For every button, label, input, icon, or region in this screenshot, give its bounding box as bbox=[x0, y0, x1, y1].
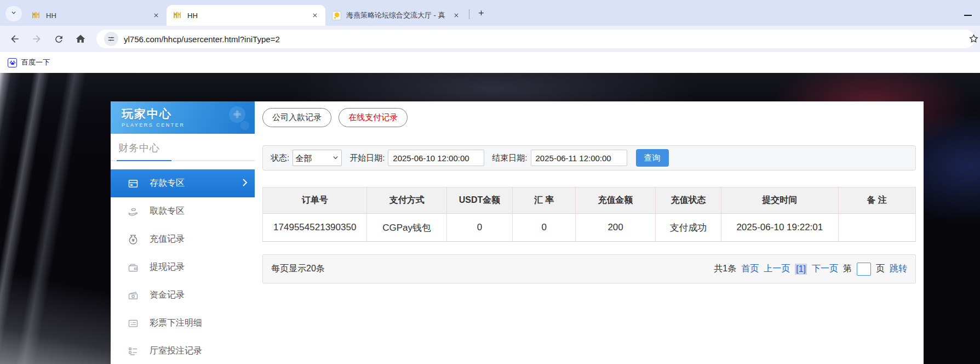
sidebar-item-label: 取款专区 bbox=[150, 206, 185, 217]
col-order-id: 订单号 bbox=[263, 187, 367, 214]
sidebar-item-recharge-records[interactable]: ¥ 充值记录 bbox=[111, 225, 255, 253]
tab-divider bbox=[469, 9, 469, 19]
pagination-bar: 每页显示20条 共1条 首页 上一页 [1] 下一页 第 页 跳转 bbox=[262, 254, 916, 283]
cell-pay-method: CGPay钱包 bbox=[367, 214, 446, 242]
url-text: yl756.com/hhcp/usercenter.html?iniType=2 bbox=[124, 35, 280, 44]
sidebar-item-label: 资金记录 bbox=[150, 289, 185, 301]
new-tab-button[interactable] bbox=[474, 7, 488, 21]
site-info-icon[interactable] bbox=[104, 32, 118, 46]
gold-logo-icon bbox=[173, 11, 182, 20]
bookmark-label: 百度一下 bbox=[21, 58, 50, 67]
tab-hh-1[interactable]: HH bbox=[25, 5, 167, 26]
sidebar-item-label: 彩票下注明细 bbox=[150, 317, 202, 329]
sidebar-item-deposit[interactable]: 存款专区 bbox=[111, 169, 255, 197]
section-underline bbox=[111, 160, 255, 161]
sidebar-item-lottery-bet-detail[interactable]: 彩票下注明细 bbox=[111, 309, 255, 337]
close-icon[interactable] bbox=[151, 10, 161, 20]
reload-button[interactable] bbox=[49, 30, 68, 48]
sidebar: 玩家中心 PLAYERS CENTER 财务中心 存款专区 取款专区 bbox=[111, 101, 255, 364]
start-date-input[interactable] bbox=[388, 150, 484, 166]
svg-text:¥: ¥ bbox=[131, 237, 135, 242]
status-select-wrap: 全部 bbox=[293, 150, 342, 166]
sidebar-item-hall-bet-records[interactable]: 厅室投注记录 bbox=[111, 337, 255, 364]
home-button[interactable] bbox=[71, 30, 90, 48]
col-pay-method: 支付方式 bbox=[367, 187, 446, 214]
sidebar-section-label: 财务中心 bbox=[118, 141, 255, 155]
tab-title: HH bbox=[46, 12, 151, 20]
cell-exchange-rate: 0 bbox=[513, 214, 576, 242]
jump-page-input[interactable] bbox=[857, 263, 871, 276]
first-page-link[interactable]: 首页 bbox=[741, 263, 759, 275]
sidebar-item-withdraw[interactable]: 取款专区 bbox=[111, 197, 255, 225]
tab-forum[interactable]: 海燕策略论坛综合交流大厅 - 真 bbox=[325, 5, 467, 26]
window-minimize-button[interactable] bbox=[964, 9, 972, 19]
forward-button[interactable] bbox=[27, 30, 46, 48]
start-date-label: 开始日期: bbox=[349, 153, 385, 163]
sidebar-menu: 存款专区 取款专区 ¥ 充值记录 提现记录 资金记录 bbox=[111, 169, 255, 364]
tab-online-payment-records[interactable]: 在线支付记录 bbox=[339, 108, 408, 127]
cell-submit-time: 2025-06-10 19:22:01 bbox=[721, 214, 839, 242]
page-background: 玩家中心 PLAYERS CENTER 财务中心 存款专区 取款专区 bbox=[0, 73, 980, 364]
bookmark-baidu[interactable]: 百度一下 bbox=[8, 58, 50, 67]
sidebar-item-label: 提现记录 bbox=[150, 261, 185, 273]
end-date-input[interactable] bbox=[531, 150, 627, 166]
browser-toolbar: yl756.com/hhcp/usercenter.html?iniType=2 bbox=[0, 26, 980, 52]
sidebar-header: 玩家中心 PLAYERS CENTER bbox=[111, 101, 255, 134]
sidebar-item-label: 存款专区 bbox=[150, 178, 185, 189]
banknote-icon bbox=[128, 290, 139, 301]
prev-page-link[interactable]: 上一页 bbox=[764, 263, 790, 275]
jump-prefix-text: 第 bbox=[843, 263, 852, 275]
content-area: 公司入款记录 在线支付记录 状态: 全部 开始日期: 结束日期: 查询 bbox=[255, 101, 924, 364]
cell-order-id: 1749554521390350 bbox=[263, 214, 367, 242]
tab-company-deposit-records[interactable]: 公司入款记录 bbox=[262, 108, 331, 127]
chevron-down-icon bbox=[10, 9, 18, 19]
sidebar-item-label: 充值记录 bbox=[150, 234, 185, 245]
cell-recharge-amount: 200 bbox=[576, 214, 655, 242]
col-submit-time: 提交时间 bbox=[721, 187, 839, 214]
bookmark-star-icon[interactable] bbox=[968, 33, 979, 46]
sidebar-item-withdraw-records[interactable]: 提现记录 bbox=[111, 253, 255, 281]
address-bar[interactable]: yl756.com/hhcp/usercenter.html?iniType=2 bbox=[96, 30, 975, 48]
col-recharge-status: 充值状态 bbox=[655, 187, 721, 214]
plus-icon bbox=[477, 9, 485, 19]
jump-button[interactable]: 跳转 bbox=[890, 263, 907, 275]
current-page-indicator: [1] bbox=[795, 264, 807, 275]
sidebar-section: 财务中心 bbox=[111, 134, 255, 160]
gamepad-icon bbox=[216, 105, 249, 132]
tab-hh-2-active[interactable]: HH bbox=[167, 5, 325, 26]
sidebar-item-fund-records[interactable]: 资金记录 bbox=[111, 281, 255, 309]
back-button[interactable] bbox=[5, 30, 24, 48]
col-remark: 备 注 bbox=[838, 187, 915, 214]
document-list-icon bbox=[128, 318, 139, 329]
tab-search-button[interactable] bbox=[5, 6, 22, 21]
status-label: 状态: bbox=[271, 153, 289, 163]
bookmarks-bar: 百度一下 bbox=[0, 52, 980, 73]
gold-logo-icon bbox=[32, 11, 41, 20]
payment-records-table: 订单号 支付方式 USDT金额 汇 率 充值金额 充值状态 提交时间 备 注 1… bbox=[262, 187, 916, 242]
cell-remark bbox=[838, 214, 915, 242]
table-row: 1749554521390350 CGPay钱包 0 0 200 支付成功 20… bbox=[263, 214, 916, 242]
hand-money-icon bbox=[128, 206, 139, 217]
baidu-paw-icon bbox=[8, 58, 17, 67]
deposit-card-icon bbox=[128, 178, 139, 189]
background-streaks bbox=[0, 73, 115, 364]
search-button[interactable]: 查询 bbox=[636, 149, 669, 167]
list-bullets-icon bbox=[128, 346, 139, 357]
cell-usdt-amount: 0 bbox=[446, 214, 512, 242]
tab-strip: HH HH 海燕策略论坛综合交流大厅 - 真 bbox=[0, 0, 980, 26]
total-count-text: 共1条 bbox=[714, 263, 736, 275]
tab-title: HH bbox=[187, 12, 310, 20]
chevron-right-icon bbox=[242, 178, 248, 189]
sidebar-item-label: 厅室投注记录 bbox=[150, 345, 202, 357]
close-icon[interactable] bbox=[451, 10, 461, 20]
status-select[interactable]: 全部 bbox=[293, 150, 342, 166]
pagination-controls: 共1条 首页 上一页 [1] 下一页 第 页 跳转 bbox=[714, 263, 907, 276]
filter-bar: 状态: 全部 开始日期: 结束日期: 查询 bbox=[262, 145, 916, 170]
close-icon[interactable] bbox=[310, 10, 320, 20]
money-bag-icon: ¥ bbox=[128, 234, 139, 245]
next-page-link[interactable]: 下一页 bbox=[812, 263, 838, 275]
end-date-label: 结束日期: bbox=[492, 153, 527, 163]
record-type-tabs: 公司入款记录 在线支付记录 bbox=[262, 108, 916, 127]
forum-favicon-icon bbox=[332, 11, 341, 20]
players-center-panel: 玩家中心 PLAYERS CENTER 财务中心 存款专区 取款专区 bbox=[111, 101, 924, 364]
